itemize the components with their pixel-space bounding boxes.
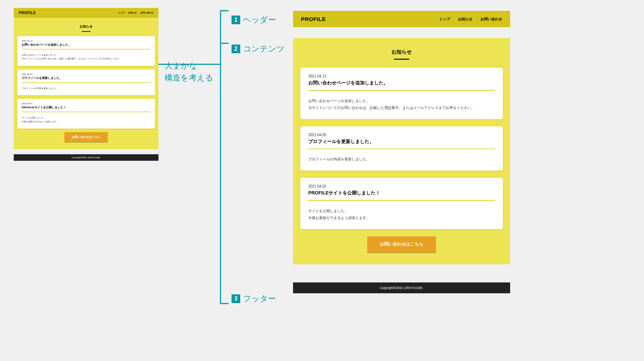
card-divider: [308, 200, 495, 201]
card-date: 2021.04.12: [308, 74, 495, 78]
connector-line: [220, 10, 221, 304]
connector-line: [220, 10, 229, 11]
card-divider: [308, 90, 495, 91]
card-date: 2021.04.01: [22, 102, 151, 105]
nav-contact[interactable]: お問い合わせ: [480, 17, 502, 22]
content-body: お知らせ 2021.04.12 お問い合わせページを追加しました。 お問い合わせ…: [14, 18, 158, 149]
header: PROFILE トップ お知らせ お問い合わせ: [293, 11, 510, 27]
site-logo[interactable]: PROFILE: [301, 16, 326, 22]
nav-news[interactable]: お知らせ: [128, 11, 137, 14]
card-title: お問い合わせページを追加しました。: [308, 80, 495, 86]
card-title: プロフィールを更新しました。: [308, 138, 495, 145]
badge-2: 2: [232, 45, 240, 53]
card-title: プロフィールを更新しました。: [22, 76, 151, 80]
card-date: 2021.04.05: [22, 73, 151, 75]
card-text: プロフィールの内容を更新しました。: [308, 156, 495, 163]
card-divider: [308, 148, 495, 150]
connector-line: [220, 43, 229, 44]
annotation-content: 2 コンテンツ: [232, 43, 285, 54]
card-title: PROFILEサイトを公開しました！: [308, 190, 495, 196]
gap: [293, 264, 510, 282]
preview-large: PROFILE トップ お知らせ お問い合わせ お知らせ 2021.04.12 …: [293, 11, 510, 293]
card-title: PROFILEサイトを公開しました！: [22, 105, 151, 109]
card-divider: [22, 49, 151, 50]
footer: Copyright©2021 GRAYCODE.: [293, 282, 510, 293]
annotation-main: 大まかな 構造を考える: [165, 60, 213, 84]
card-date: 2021.04.05: [308, 133, 495, 137]
card-date: 2021.04.12: [22, 40, 151, 42]
preview-small: PROFILE トップ お知らせ お問い合わせ お知らせ 2021.04.12 …: [14, 8, 158, 161]
site-logo[interactable]: PROFILE: [19, 11, 36, 15]
annotation-header: 1 ヘッダー: [232, 14, 276, 25]
footer: Copyright©2021 GRAYCODE.: [14, 154, 158, 161]
annotation-text: 大まかな: [165, 61, 198, 70]
news-card: 2021.04.01 PROFILEサイトを公開しました！ サイトを公開しました…: [17, 99, 155, 129]
spacer: [14, 149, 158, 154]
news-card: 2021.04.05 プロフィールを更新しました。 プロフィールの内容を更新しま…: [300, 126, 503, 171]
card-text: プロフィールの内容を更新しました。: [22, 87, 151, 91]
content-body: お知らせ 2021.04.12 お問い合わせページを追加しました。 お問い合わせ…: [293, 38, 510, 264]
card-text: サイトを公開しました。 今後も更新ができるよう頑張ります。: [22, 116, 151, 124]
annotation-label: ヘッダー: [243, 14, 276, 25]
nav: トップ お知らせ お問い合わせ: [439, 17, 502, 22]
connector-line: [220, 303, 229, 304]
title-underline: [82, 31, 90, 32]
title-underline: [394, 59, 409, 60]
nav: トップ お知らせ お問い合わせ: [118, 11, 153, 14]
card-title: お問い合わせページを追加しました。: [22, 43, 151, 47]
annotation-label: コンテンツ: [243, 43, 285, 54]
nav-top[interactable]: トップ: [439, 17, 450, 22]
annotation-text: 構造を考える: [165, 73, 213, 82]
badge-3: 3: [232, 294, 240, 303]
section-title: お知らせ: [17, 23, 155, 30]
news-card: 2021.04.01 PROFILEサイトを公開しました！ サイトを公開しました…: [300, 178, 503, 229]
news-card: 2021.04.12 お問い合わせページを追加しました。 お問い合わせページを追…: [17, 36, 155, 66]
badge-1: 1: [232, 16, 240, 24]
card-divider: [22, 112, 151, 112]
annotation-label: フッター: [243, 293, 276, 304]
gap: [293, 27, 510, 38]
contact-button[interactable]: お問い合わせはこちら: [64, 132, 108, 142]
header: PROFILE トップ お知らせ お問い合わせ: [14, 8, 158, 18]
nav-top[interactable]: トップ: [118, 11, 124, 14]
contact-button[interactable]: お問い合わせはこちら: [367, 236, 436, 252]
nav-contact[interactable]: お問い合わせ: [140, 11, 153, 14]
section-title: お知らせ: [300, 47, 503, 58]
card-divider: [22, 82, 151, 83]
card-text: サイトを公開しました。 今後も更新ができるよう頑張ります。: [308, 207, 495, 221]
annotation-footer: 3 フッター: [232, 293, 276, 304]
card-date: 2021.04.01: [308, 184, 495, 188]
news-card: 2021.04.05 プロフィールを更新しました。 プロフィールの内容を更新しま…: [17, 70, 155, 95]
card-text: お問い合わせページを追加しました。 当サイトについてのお問い合わせは、記載した電…: [22, 53, 151, 61]
nav-news[interactable]: お知らせ: [458, 17, 473, 22]
card-text: お問い合わせページを追加しました。 当サイトについてのお問い合わせは、記載した電…: [308, 97, 495, 111]
news-card: 2021.04.12 お問い合わせページを追加しました。 お問い合わせページを追…: [300, 68, 503, 119]
